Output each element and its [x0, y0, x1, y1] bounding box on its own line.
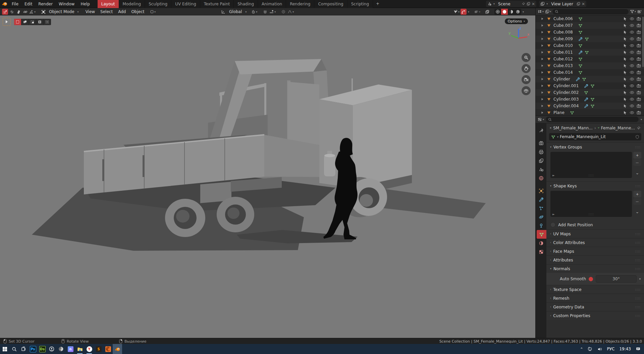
- select-mode-subtract-button[interactable]: [29, 19, 36, 25]
- hide-viewport-toggle-icon[interactable]: [630, 23, 634, 27]
- outliner-item-cylinder-001[interactable]: Cylinder.001: [536, 82, 644, 89]
- hide-viewport-toggle-icon[interactable]: [630, 91, 634, 95]
- menu-file[interactable]: File: [9, 2, 21, 6]
- drag-grip-icon[interactable]: ::::: [635, 267, 641, 271]
- snap-target-icon[interactable]: ▾: [269, 9, 276, 15]
- outliner-item-label[interactable]: Cube.013: [553, 63, 573, 68]
- hide-render-toggle-icon[interactable]: [637, 70, 641, 74]
- section-header-vertex-groups[interactable]: ▾Vertex Groups ::::: [546, 143, 644, 151]
- selectable-toggle-icon[interactable]: [623, 64, 627, 68]
- action-center-icon[interactable]: [636, 347, 641, 351]
- pan-tool-button[interactable]: [522, 64, 531, 73]
- select-mode-new-button[interactable]: [14, 19, 21, 25]
- shading-wireframe-button[interactable]: [494, 9, 501, 15]
- outliner-item-cube-014[interactable]: Cube.014: [536, 69, 644, 76]
- new-id-icon[interactable]: [577, 2, 580, 6]
- page-flip-icon[interactable]: [15, 9, 21, 15]
- show-gizmo-button[interactable]: ▾: [453, 9, 460, 15]
- outliner-item-label[interactable]: Cylinder.002: [553, 90, 579, 95]
- hide-render-toggle-icon[interactable]: [637, 64, 641, 68]
- hide-viewport-toggle-icon[interactable]: [630, 111, 634, 115]
- hide-viewport-toggle-icon[interactable]: [630, 37, 634, 41]
- selectable-toggle-icon[interactable]: [623, 70, 627, 74]
- properties-tab-output[interactable]: [536, 148, 546, 156]
- select-mode-intersect-button[interactable]: [44, 19, 51, 25]
- select-mode-invert-button[interactable]: [36, 19, 44, 25]
- taskbar-app-sublime-text[interactable]: S: [94, 344, 103, 354]
- selectable-toggle-icon[interactable]: [623, 50, 627, 54]
- taskbar-app-houdini[interactable]: [103, 344, 113, 354]
- outliner-item-label[interactable]: Plane: [553, 110, 565, 115]
- shading-material-button[interactable]: [508, 9, 515, 15]
- falloff-curve-icon[interactable]: ▾: [287, 9, 294, 15]
- outliner-item-label[interactable]: Cube.006: [553, 16, 573, 21]
- render-pass-button[interactable]: [484, 9, 490, 15]
- hide-render-toggle-icon[interactable]: [637, 30, 641, 34]
- disclosure-icon[interactable]: [541, 78, 544, 80]
- properties-tab-texture[interactable]: [536, 247, 546, 256]
- shading-rendered-button[interactable]: [515, 9, 521, 15]
- drag-grip-icon[interactable]: ::::: [635, 305, 641, 309]
- volume-icon[interactable]: [597, 347, 602, 351]
- armature-grid-icon[interactable]: ▾: [29, 9, 36, 15]
- pin-icon[interactable]: [522, 2, 525, 6]
- hide-render-toggle-icon[interactable]: [637, 77, 641, 81]
- section-header-custom-properties[interactable]: ›Custom Properties ::::: [546, 311, 644, 320]
- taskbar-app-substance-designer[interactable]: Ds: [38, 344, 47, 354]
- tool-settings-button[interactable]: ▾: [150, 9, 156, 15]
- decorator-dot[interactable]: [639, 278, 641, 280]
- section-header-face-maps[interactable]: ›Face Maps ::::: [546, 247, 644, 255]
- outliner-item-cube-010[interactable]: Cube.010: [536, 42, 644, 49]
- outliner-item-label[interactable]: Cube.011: [553, 50, 573, 55]
- hide-render-toggle-icon[interactable]: [637, 50, 641, 54]
- outliner-scrollbar[interactable]: [642, 17, 644, 67]
- clock[interactable]: 19:43: [619, 347, 631, 351]
- taskbar-app-circle-app[interactable]: [47, 344, 56, 354]
- hide-viewport-toggle-icon[interactable]: [630, 104, 634, 108]
- shape-key-add-button[interactable]: ＋: [633, 191, 641, 197]
- auto-smooth-angle-field[interactable]: 30°: [596, 275, 637, 283]
- viewport-3d[interactable]: Options ▾ z x y: [0, 15, 535, 338]
- view-layer-name[interactable]: View Layer: [549, 2, 575, 6]
- outliner-item-label[interactable]: Cube.008: [553, 30, 573, 35]
- menu-window[interactable]: Window: [56, 2, 77, 6]
- hide-render-toggle-icon[interactable]: [637, 84, 641, 88]
- drag-grip-icon[interactable]: ::::: [635, 145, 641, 149]
- hide-render-toggle-icon[interactable]: [637, 57, 641, 61]
- outliner-item-label[interactable]: Cylinder.004: [553, 104, 579, 108]
- section-header-uv-maps[interactable]: ›UV Maps ::::: [546, 230, 644, 238]
- hide-viewport-toggle-icon[interactable]: [630, 97, 634, 101]
- vertex-groups-list[interactable]: ► ::::: [550, 152, 632, 178]
- disclosure-icon[interactable]: [541, 64, 544, 67]
- disclosure-icon[interactable]: [541, 84, 544, 87]
- viewport-menu-view[interactable]: View: [83, 9, 98, 14]
- selectable-toggle-icon[interactable]: [623, 91, 627, 95]
- workspace-tab-texture-paint[interactable]: Texture Paint: [200, 0, 234, 8]
- outliner-item-cylinder-003[interactable]: Cylinder.003: [536, 96, 644, 103]
- workspace-tab-rendering[interactable]: Rendering: [286, 0, 314, 8]
- pivot-point-button[interactable]: ▾: [251, 9, 257, 15]
- disclosure-icon[interactable]: [541, 91, 544, 94]
- hide-render-toggle-icon[interactable]: [637, 37, 641, 41]
- selectable-toggle-icon[interactable]: [623, 30, 627, 34]
- scene-name[interactable]: Scene: [496, 2, 520, 6]
- workspace-tab-scripting[interactable]: Scripting: [347, 0, 373, 8]
- outliner-item-cube-013[interactable]: Cube.013: [536, 62, 644, 69]
- hide-viewport-toggle-icon[interactable]: [630, 50, 634, 54]
- viewport-menu-object[interactable]: Object: [128, 9, 147, 14]
- language-indicator[interactable]: РУС: [607, 347, 614, 351]
- properties-search-input[interactable]: [546, 117, 639, 122]
- viewport-menu-select[interactable]: Select: [98, 9, 115, 14]
- properties-tab-physics[interactable]: [536, 213, 546, 221]
- drag-grip-icon[interactable]: ::::: [635, 232, 641, 236]
- disclosure-icon[interactable]: [541, 71, 544, 74]
- mode-selector[interactable]: Object Mode: [47, 9, 76, 14]
- selectable-toggle-icon[interactable]: [623, 84, 627, 88]
- selectable-toggle-icon[interactable]: [623, 44, 627, 48]
- disclosure-icon[interactable]: [541, 105, 544, 107]
- disclosure-icon[interactable]: [541, 58, 544, 60]
- resize-grip-icon[interactable]: ::::: [588, 213, 594, 216]
- selectable-toggle-icon[interactable]: [623, 77, 627, 81]
- disclosure-icon[interactable]: [541, 31, 544, 34]
- properties-tab-data[interactable]: [537, 230, 546, 239]
